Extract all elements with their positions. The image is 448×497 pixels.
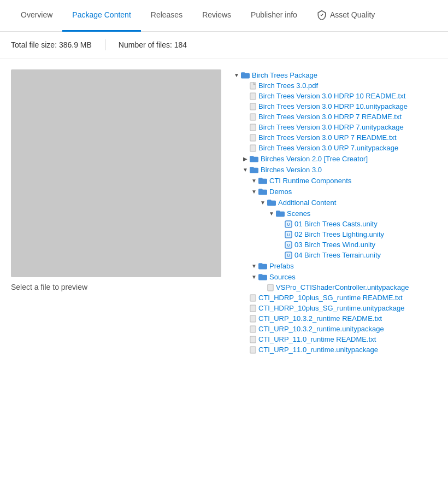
label-scenes[interactable]: Scenes (287, 209, 310, 218)
toggle-birches-v2[interactable]: ▶ (241, 154, 250, 163)
tree-row-cti-urp11-unity[interactable]: CTI_URP_11.0_runtime.unitypackage (241, 344, 437, 355)
folder-icon (250, 155, 258, 162)
tree-row-birch-trees-package[interactable]: ▼ Birch Trees Package (232, 69, 437, 80)
tab-asset-quality[interactable]: Asset Quality (307, 0, 385, 32)
tree-row-prefabs[interactable]: ▼ Prefabs (250, 260, 437, 271)
file-icon (250, 315, 256, 323)
label-hdrp7-readme[interactable]: Birch Trees Version 3.0 HDRP 7 README.tx… (258, 113, 402, 121)
tree-row-additional-content[interactable]: ▼ Additional Content (258, 197, 437, 208)
label-sources[interactable]: Sources (269, 273, 296, 281)
file-icon (250, 336, 256, 343)
label-birch-trees-package[interactable]: Birch Trees Package (252, 71, 317, 79)
tree-row-03-birch[interactable]: U 03 Birch Trees Wind.unity (276, 239, 437, 250)
label-vspro[interactable]: VSPro_CTIShaderController.unitypackage (276, 283, 409, 291)
tree-row-scenes[interactable]: ▼ Scenes (267, 208, 437, 219)
label-01-birch[interactable]: 01 Birch Trees Casts.unity (294, 220, 378, 228)
main-content: Select a file to preview ▼ Birch Trees P… (0, 59, 448, 366)
label-cti-urp-unity[interactable]: CTI_URP_10.3.2_runtime.unitypackage (258, 325, 384, 333)
label-cti-urp-readme[interactable]: CTI_URP_10.3.2_runtime README.txt (258, 314, 382, 323)
tab-overview[interactable]: Overview (11, 0, 62, 32)
info-separator (105, 39, 105, 50)
tree-row-hdrp10-readme[interactable]: Birch Trees Version 3.0 HDRP 10 README.t… (241, 91, 437, 101)
label-additional-content[interactable]: Additional Content (278, 198, 336, 207)
tree-row-hdrp7-readme[interactable]: Birch Trees Version 3.0 HDRP 7 README.tx… (241, 112, 437, 122)
toggle-sources[interactable]: ▼ (250, 272, 258, 281)
folder-icon (258, 177, 267, 184)
tree-row-cti-urp11-readme[interactable]: CTI_URP_11.0_runtime README.txt (241, 334, 437, 344)
tree-node-birches-v3: ▼ Birches Version 3.0 ▼ (241, 164, 437, 293)
label-cti-urp11-unity[interactable]: CTI_URP_11.0_runtime.unitypackage (258, 346, 378, 354)
tab-releases[interactable]: Releases (141, 0, 192, 32)
toggle-additional-content[interactable]: ▼ (258, 198, 267, 207)
file-icon (250, 144, 256, 152)
tree-row-birches-v2[interactable]: ▶ Birches Version 2.0 [Tree Creator] (241, 153, 437, 164)
tree-row-sources[interactable]: ▼ Sources (250, 271, 437, 282)
label-03-birch[interactable]: 03 Birch Trees Wind.unity (294, 241, 375, 249)
tree-row-04-birch[interactable]: U 04 Birch Trees Terrain.unity (276, 250, 437, 260)
preview-label: Select a file to preview (11, 283, 221, 291)
label-demos[interactable]: Demos (269, 188, 292, 196)
file-icon (250, 103, 256, 110)
label-prefabs[interactable]: Prefabs (269, 262, 294, 270)
folder-icon (258, 188, 267, 195)
svg-rect-3 (250, 114, 256, 120)
toggle-birches-v3[interactable]: ▼ (241, 165, 250, 174)
tree-row-hdrp7-unity[interactable]: Birch Trees Version 3.0 HDRP 7.unitypack… (241, 122, 437, 132)
label-birches-v2[interactable]: Birches Version 2.0 [Tree Creator] (261, 155, 368, 163)
svg-rect-16 (250, 295, 256, 301)
svg-rect-17 (250, 305, 256, 312)
tree-row-cti-hdrp10-readme[interactable]: CTI_HDRP_10plus_SG_runtime README.txt (241, 293, 437, 303)
tree-row-cti-urp-readme[interactable]: CTI_URP_10.3.2_runtime README.txt (241, 313, 437, 324)
label-cti-urp11-readme[interactable]: CTI_URP_11.0_runtime README.txt (258, 335, 376, 343)
label-hdrp7-unity[interactable]: Birch Trees Version 3.0 HDRP 7.unitypack… (258, 123, 404, 131)
folder-icon (258, 262, 267, 270)
preview-panel: Select a file to preview (11, 69, 221, 355)
tab-overview-label: Overview (21, 10, 52, 19)
toggle-prefabs[interactable]: ▼ (250, 261, 258, 270)
tree-row-cti-urp-unity[interactable]: CTI_URP_10.3.2_runtime.unitypackage (241, 324, 437, 334)
tab-publisher-info[interactable]: Publisher info (241, 0, 307, 32)
tree-node-root: ▼ Birch Trees Package (232, 69, 437, 355)
svg-rect-5 (250, 135, 256, 141)
tree-row-02-birch[interactable]: U 02 Birch Trees Lighting.unity (276, 229, 437, 239)
children-birch-trees-package: Birch Trees 3.0.pdf Birch Trees Version … (241, 80, 437, 355)
label-02-birch[interactable]: 02 Birch Trees Lighting.unity (294, 230, 384, 238)
label-urp7-unity[interactable]: Birch Trees Version 3.0 URP 7.unitypacka… (258, 144, 398, 152)
label-urp7-readme[interactable]: Birch Trees Version 3.0 URP 7 README.txt (258, 133, 397, 142)
label-birch-trees-pdf[interactable]: Birch Trees 3.0.pdf (258, 81, 318, 90)
file-icon (250, 113, 256, 121)
tree-row-cti-runtime[interactable]: ▼ CTI Runtime Components (250, 175, 437, 186)
label-04-birch[interactable]: 04 Birch Trees Terrain.unity (294, 251, 381, 259)
folder-icon (276, 209, 285, 217)
file-icon (250, 346, 256, 354)
label-cti-hdrp10-unity[interactable]: CTI_HDRP_10plus_SG_runtime.unitypackage (258, 304, 404, 312)
label-hdrp10-readme[interactable]: Birch Trees Version 3.0 HDRP 10 README.t… (258, 92, 405, 100)
toggle-demos[interactable]: ▼ (250, 187, 258, 196)
tree-row-birches-v3[interactable]: ▼ Birches Version 3.0 (241, 164, 437, 175)
tree-row-cti-hdrp10-unity[interactable]: CTI_HDRP_10plus_SG_runtime.unitypackage (241, 303, 437, 313)
unity-file-icon: U (285, 220, 292, 228)
tree-row-urp7-readme[interactable]: Birch Trees Version 3.0 URP 7 README.txt (241, 132, 437, 143)
label-birches-v3[interactable]: Birches Version 3.0 (261, 166, 322, 174)
tree-row-hdrp10-unity[interactable]: Birch Trees Version 3.0 HDRP 10.unitypac… (241, 101, 437, 112)
tree-row-demos[interactable]: ▼ Demos (250, 186, 437, 197)
label-hdrp10-unity[interactable]: Birch Trees Version 3.0 HDRP 10.unitypac… (258, 102, 408, 110)
number-of-files: Number of files: 184 (119, 40, 187, 49)
tab-package-content[interactable]: Package Content (62, 0, 140, 32)
label-cti-hdrp10-readme[interactable]: CTI_HDRP_10plus_SG_runtime README.txt (258, 294, 403, 302)
svg-rect-4 (250, 124, 256, 131)
label-cti-runtime[interactable]: CTI Runtime Components (269, 177, 351, 185)
file-icon (250, 294, 256, 302)
tree-row-01-birch[interactable]: U 01 Birch Trees Casts.unity (276, 219, 437, 229)
tree-row-birch-trees-pdf[interactable]: Birch Trees 3.0.pdf (241, 80, 437, 91)
tab-reviews[interactable]: Reviews (192, 0, 241, 32)
tree-row-urp7-unity[interactable]: Birch Trees Version 3.0 URP 7.unitypacka… (241, 143, 437, 153)
file-icon (250, 92, 256, 100)
svg-rect-15 (268, 284, 273, 291)
unity-file-icon: U (285, 231, 292, 238)
toggle-birch-trees-package[interactable]: ▼ (232, 71, 241, 79)
file-icon (250, 124, 256, 131)
toggle-scenes[interactable]: ▼ (267, 209, 276, 218)
tree-row-vspro[interactable]: VSPro_CTIShaderController.unitypackage (258, 282, 437, 293)
toggle-cti-runtime[interactable]: ▼ (250, 176, 258, 185)
